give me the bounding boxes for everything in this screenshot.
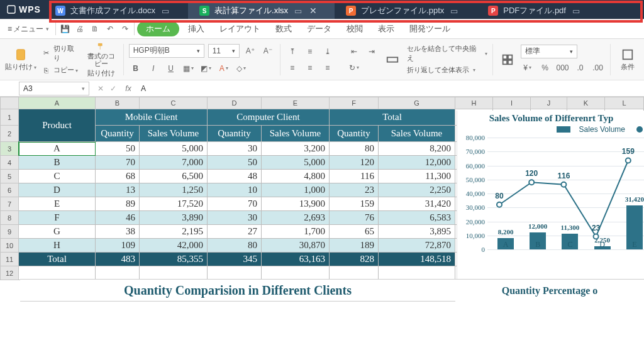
- col-head-A[interactable]: A: [19, 97, 96, 109]
- cancel-formula-icon[interactable]: ✕: [94, 82, 107, 95]
- row-head-1[interactable]: 1: [0, 109, 19, 126]
- row-head-8[interactable]: 8: [0, 211, 19, 225]
- cell-B6[interactable]: 13: [96, 183, 140, 197]
- row-head-9[interactable]: 9: [0, 225, 19, 239]
- col-head-B[interactable]: B: [96, 97, 140, 109]
- cell-E9[interactable]: 1,700: [262, 225, 330, 239]
- cell-A11[interactable]: Total: [19, 253, 96, 266]
- cell-F6[interactable]: 23: [330, 183, 379, 197]
- cell-D7[interactable]: 70: [208, 197, 262, 211]
- cell-D6[interactable]: 10: [208, 183, 262, 197]
- font-color-button[interactable]: A: [217, 62, 231, 75]
- row-head-3[interactable]: 3: [0, 142, 19, 156]
- cell-G10[interactable]: 72,870: [379, 239, 455, 253]
- wrap-text-button[interactable]: 折り返して全体表示: [407, 65, 487, 75]
- currency-icon[interactable]: ¥: [521, 61, 535, 75]
- select-all-corner[interactable]: [0, 97, 19, 109]
- pin-icon[interactable]: ▭: [449, 6, 459, 16]
- italic-button[interactable]: I: [147, 62, 160, 75]
- row-head-4[interactable]: 4: [0, 156, 19, 170]
- indent-increase-icon[interactable]: ⇥: [365, 45, 379, 58]
- underline-button[interactable]: U: [164, 62, 178, 75]
- ribbon-tab-home[interactable]: ホーム: [137, 21, 179, 36]
- tab-pptx[interactable]: P プレゼンファイル.pptx ▭: [335, 3, 477, 19]
- decrease-font-icon[interactable]: A⁻: [261, 44, 275, 58]
- cell-D3[interactable]: 30: [208, 142, 262, 156]
- chart-sales-volume[interactable]: Sales Volume of Differenrt Typ Sales Vol…: [457, 111, 644, 280]
- ribbon-tab-layout[interactable]: レイアウト: [213, 21, 267, 36]
- col-head-C[interactable]: C: [140, 97, 208, 109]
- paste-button[interactable]: 貼り付け: [4, 42, 37, 77]
- cell-G9[interactable]: 3,895: [379, 225, 455, 239]
- col-head-I[interactable]: I: [493, 97, 531, 109]
- cell-C3[interactable]: 5,000: [140, 142, 208, 156]
- row-head-5[interactable]: 5: [0, 170, 19, 183]
- cell-G8[interactable]: 6,583: [379, 211, 455, 225]
- ribbon-tab-insert[interactable]: 挿入: [182, 21, 211, 36]
- align-bottom-icon[interactable]: ⤓: [321, 45, 335, 58]
- pin-icon[interactable]: ▭: [571, 6, 581, 16]
- cell-E3[interactable]: 3,200: [262, 142, 330, 156]
- increase-decimal-icon[interactable]: .00: [591, 61, 605, 75]
- cell-B8[interactable]: 46: [96, 211, 140, 225]
- cell-A5[interactable]: C: [19, 170, 96, 183]
- cell-C4[interactable]: 7,000: [140, 156, 208, 170]
- col-head-L[interactable]: L: [605, 97, 644, 109]
- cell-A6[interactable]: D: [19, 183, 96, 197]
- align-center-icon[interactable]: ≡: [303, 61, 317, 75]
- col-head-D[interactable]: D: [208, 97, 262, 109]
- cell-C5[interactable]: 6,500: [140, 170, 208, 183]
- cell-A9[interactable]: G: [19, 225, 96, 239]
- cell-C7[interactable]: 17,520: [140, 197, 208, 211]
- pin-icon[interactable]: ▭: [160, 6, 170, 16]
- cell-B3[interactable]: 50: [96, 142, 140, 156]
- pin-icon[interactable]: ▭: [293, 6, 303, 16]
- cell-G6[interactable]: 2,250: [379, 183, 455, 197]
- ribbon-tab-view[interactable]: 表示: [372, 21, 401, 36]
- formula-input[interactable]: A: [137, 84, 644, 93]
- decrease-decimal-icon[interactable]: .0: [574, 61, 587, 75]
- cell-G5[interactable]: 11,300: [379, 170, 455, 183]
- cell-F10[interactable]: 189: [330, 239, 379, 253]
- cell-F8[interactable]: 76: [330, 211, 379, 225]
- ribbon-tab-develop[interactable]: 開発ツール: [403, 21, 457, 36]
- enter-formula-icon[interactable]: ✓: [107, 82, 119, 95]
- tab-xlsx[interactable]: S 表計算ファイル.xlsx ▭ ✕: [188, 3, 335, 19]
- align-left-icon[interactable]: ≡: [286, 61, 299, 75]
- col-head-K[interactable]: K: [567, 97, 605, 109]
- align-right-icon[interactable]: ≡: [321, 61, 335, 75]
- cut-button[interactable]: ✂切り取り: [41, 44, 80, 63]
- cell-D10[interactable]: 80: [208, 239, 262, 253]
- cell-A7[interactable]: E: [19, 197, 96, 211]
- cell-E10[interactable]: 30,870: [262, 239, 330, 253]
- spreadsheet-grid[interactable]: ABCDEFGHIJKL1ProductMobile ClientCompute…: [0, 97, 644, 343]
- copy-button[interactable]: ⎘コピー: [41, 65, 80, 75]
- print-preview-icon[interactable]: 🗎: [89, 23, 101, 35]
- row-head-7[interactable]: 7: [0, 197, 19, 211]
- cell-A3[interactable]: A: [19, 142, 96, 156]
- percent-icon[interactable]: %: [538, 61, 552, 75]
- number-format-select[interactable]: 標準▾: [521, 45, 577, 58]
- merge-center-button[interactable]: セルを結合して中央揃え: [407, 44, 487, 63]
- col-head-F[interactable]: F: [330, 97, 379, 109]
- cell-D8[interactable]: 30: [208, 211, 262, 225]
- cell-F3[interactable]: 80: [330, 142, 379, 156]
- cell-E7[interactable]: 13,900: [262, 197, 330, 211]
- cell-D5[interactable]: 48: [208, 170, 262, 183]
- bold-button[interactable]: B: [129, 62, 143, 75]
- border-button[interactable]: ▦: [182, 62, 196, 75]
- cell-F7[interactable]: 159: [330, 197, 379, 211]
- conditional-format-button[interactable]: 条件: [616, 42, 641, 77]
- cell-B9[interactable]: 38: [96, 225, 140, 239]
- col-head-H[interactable]: H: [455, 97, 493, 109]
- cell-B4[interactable]: 70: [96, 156, 140, 170]
- increase-font-icon[interactable]: A⁺: [243, 44, 257, 58]
- cell-G4[interactable]: 12,000: [379, 156, 455, 170]
- cell-C6[interactable]: 1,250: [140, 183, 208, 197]
- tab-pdf[interactable]: P PDFファイル.pdf ▭: [477, 3, 599, 19]
- cell-A8[interactable]: F: [19, 211, 96, 225]
- row-head-11[interactable]: 11: [0, 253, 19, 266]
- row-head-12[interactable]: 12: [0, 266, 19, 280]
- row-head-6[interactable]: 6: [0, 183, 19, 197]
- align-middle-icon[interactable]: ≡: [303, 45, 317, 58]
